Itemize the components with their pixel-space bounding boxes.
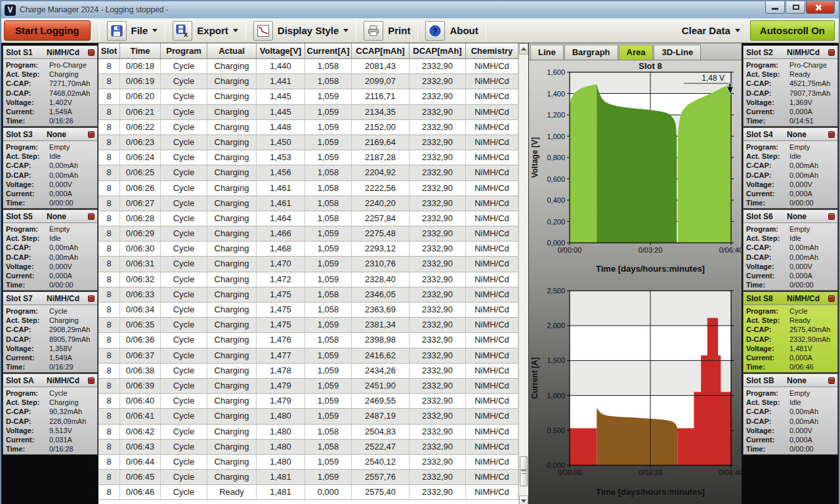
slot-panel-slot-s7[interactable]: Slot S7NiMH/CdProgram:CycleAct. Step:Cha… xyxy=(3,291,98,373)
table-row[interactable]: 80/06:21CycleCharging1,4451,0592134,3523… xyxy=(98,105,518,120)
table-cell: Charging xyxy=(207,120,257,135)
chart-section: LineBargraphArea3D-Line 0,0000,2000,4000… xyxy=(529,43,742,504)
display-style-button[interactable]: Display Style xyxy=(250,20,352,42)
table-cell: 1,059 xyxy=(305,470,352,485)
tab-bargraph[interactable]: Bargraph xyxy=(564,45,618,60)
slot-panel-header: Slot S1NiMH/Cd xyxy=(3,46,97,59)
tab-area[interactable]: Area xyxy=(619,45,654,60)
slot-panel-slot-s1[interactable]: Slot S1NiMH/CdProgram:Pro-ChargeAct. Ste… xyxy=(3,45,98,127)
slot-panel-slot-s5[interactable]: Slot S5NoneProgram:EmptyAct. Step:IdleC-… xyxy=(3,209,98,291)
export-button[interactable]: x Export xyxy=(169,20,242,42)
table-row[interactable]: 80/06:33CycleCharging1,4751,0582346,0523… xyxy=(98,287,518,303)
status-led-icon xyxy=(828,213,835,220)
start-logging-button[interactable]: Start Logging xyxy=(4,20,91,41)
print-label: Print xyxy=(388,25,410,36)
table-row[interactable]: 80/06:46CycleReady1,4810,0002575,402332,… xyxy=(98,485,518,500)
slot-panel-slot-sa[interactable]: Slot SANiMH/CdProgram:CycleAct. Step:Cha… xyxy=(3,373,98,455)
tab-3d-line[interactable]: 3D-Line xyxy=(654,45,701,60)
slot-field-row: D-CAP:7468,02mAh xyxy=(6,89,94,98)
table-cell: 2540,12 xyxy=(352,455,410,470)
autoscroll-button[interactable]: Autoscroll On xyxy=(750,20,835,41)
slot-panel-slot-s6[interactable]: Slot S6NoneProgram:EmptyAct. Step:IdleC-… xyxy=(743,209,838,291)
status-led-icon xyxy=(828,131,835,138)
table-row[interactable]: 80/06:43CycleCharging1,4801,0582522,4723… xyxy=(98,440,518,455)
clear-data-button[interactable]: Clear Data xyxy=(679,24,744,37)
table-cell: 8 xyxy=(98,120,120,135)
table-row[interactable]: 80/06:23CycleCharging1,4501,0592169,6423… xyxy=(98,135,518,150)
table-row[interactable]: 80/06:42CycleCharging1,4801,0582504,8323… xyxy=(98,425,518,440)
slot-field-row: Act. Step:Ready xyxy=(746,316,835,326)
table-row[interactable]: 80/06:24CycleCharging1,4531,0592187,2823… xyxy=(98,150,518,165)
table-row[interactable]: 80/06:44CycleCharging1,4801,0592540,1223… xyxy=(98,455,518,470)
tab-line[interactable]: Line xyxy=(530,45,564,60)
table-cell: 1,475 xyxy=(257,287,305,303)
table-cell: 0/06:28 xyxy=(120,211,161,226)
table-row[interactable]: 80/06:18CycleCharging1,4401,0582081,4323… xyxy=(98,59,518,74)
slot-field-label: Current: xyxy=(6,272,49,281)
slot-field-value: 0,000A xyxy=(49,190,72,199)
table-cell: 2434,26 xyxy=(352,364,410,379)
table-row[interactable]: 80/06:20CycleCharging1,4451,0592116,7123… xyxy=(98,89,518,104)
table-row[interactable]: 80/06:45CycleCharging1,4811,0592557,7623… xyxy=(98,470,518,485)
table-row[interactable]: 80/06:41CycleCharging1,4801,0592487,1923… xyxy=(98,409,518,424)
table-scrollbar[interactable] xyxy=(518,43,528,504)
slot-field-row: Program:Cycle xyxy=(6,307,94,316)
slot-field-label: Act. Step: xyxy=(746,316,789,326)
table-row[interactable]: 80/06:25CycleCharging1,4561,0582204,9223… xyxy=(98,165,518,180)
slot-field-value: 0/16:28 xyxy=(49,445,74,454)
slot-panel-body: Program:Pro-ChargeAct. Step:ChargingC-CA… xyxy=(3,59,97,126)
slot-name: Slot S8 xyxy=(746,294,787,303)
current-chart[interactable]: 0,0000,5001,0001,5002,0002,5000/00:000/0… xyxy=(529,282,742,504)
slot-panel-slot-s2[interactable]: Slot S2NiMH/CdProgram:Pro-ChargeAct. Ste… xyxy=(743,45,838,127)
maximize-icon xyxy=(793,5,799,10)
table-row[interactable]: 80/06:26CycleCharging1,4611,0582222,5623… xyxy=(98,181,518,196)
table-cell: 2332,90 xyxy=(410,485,466,500)
table-cell: 2187,28 xyxy=(352,150,410,165)
slot-panel-slot-s3[interactable]: Slot S3NoneProgram:EmptyAct. Step:IdleC-… xyxy=(3,127,98,209)
table-cell: 0/06:25 xyxy=(120,165,161,180)
about-button[interactable]: ? About xyxy=(422,20,481,42)
table-row[interactable]: 80/06:30CycleCharging1,4681,0592293,1223… xyxy=(98,242,518,257)
file-button[interactable]: File xyxy=(104,20,161,42)
window-controls xyxy=(765,1,835,14)
scroll-up-arrow[interactable] xyxy=(519,43,528,54)
maximize-button[interactable] xyxy=(786,1,805,14)
table-row[interactable]: 80/06:34CycleCharging1,4751,0582363,6923… xyxy=(98,303,518,318)
table-row[interactable]: 80/06:29CycleCharging1,4661,0592275,4823… xyxy=(98,226,518,242)
table-row[interactable]: 80/06:37CycleCharging1,4771,0592416,6223… xyxy=(98,348,518,364)
table-cell: 0/06:34 xyxy=(120,303,161,318)
table-cell: NiMH/Cd xyxy=(466,211,518,226)
table-cell: 0/06:44 xyxy=(120,455,161,470)
table-row[interactable]: 80/06:27CycleCharging1,4611,0582240,2023… xyxy=(98,196,518,211)
column-header-slot: Slot xyxy=(98,43,120,59)
table-row[interactable]: 80/06:38CycleCharging1,4781,0592434,2623… xyxy=(98,364,518,379)
slot-field-row: Current:0,000A xyxy=(746,190,835,199)
table-cell: 2416,62 xyxy=(352,348,410,364)
table-cell: 8 xyxy=(98,379,120,394)
slot-panel-slot-s4[interactable]: Slot S4NoneProgram:EmptyAct. Step:IdleC-… xyxy=(743,127,838,209)
table-cell: 1,479 xyxy=(257,394,305,409)
x-tick-label: 0/03:20 xyxy=(639,246,663,254)
table-row[interactable]: 80/06:22CycleCharging1,4481,0592152,0023… xyxy=(98,120,518,135)
slot-field-row: Time:0/00:00 xyxy=(746,445,835,454)
scroll-thumb[interactable] xyxy=(520,456,528,486)
close-button[interactable] xyxy=(806,1,835,14)
toolbar: Start Logging File x Export Display Styl… xyxy=(1,18,839,43)
slot-panel-slot-sb[interactable]: Slot SBNoneProgram:EmptyAct. Step:IdleC-… xyxy=(743,373,838,455)
print-button[interactable]: Print xyxy=(360,20,413,42)
table-row[interactable]: 80/06:32CycleCharging1,4721,0592328,4023… xyxy=(98,272,518,287)
table-row[interactable]: 80/06:19CycleCharging1,4411,0582099,0723… xyxy=(98,74,518,89)
scroll-track[interactable] xyxy=(519,54,528,495)
table-row[interactable]: 80/06:39CycleCharging1,4791,0592451,9023… xyxy=(98,379,518,394)
table-row[interactable]: 80/06:40CycleCharging1,4791,0592469,5523… xyxy=(98,394,518,409)
table-row[interactable]: 80/06:31CycleCharging1,4701,0592310,7623… xyxy=(98,257,518,272)
slot-panel-body: Program:CycleAct. Step:ReadyC-CAP:2575,4… xyxy=(744,305,837,372)
voltage-chart[interactable]: 0,0000,2000,4000,6000,8001,0001,2001,400… xyxy=(529,60,742,279)
slot-field-label: Current: xyxy=(6,108,49,117)
scroll-down-arrow[interactable] xyxy=(519,495,528,504)
minimize-button[interactable] xyxy=(765,1,785,14)
table-row[interactable]: 80/06:28CycleCharging1,4641,0582257,8423… xyxy=(98,211,518,226)
table-row[interactable]: 80/06:36CycleCharging1,4761,0582398,9823… xyxy=(98,333,518,348)
table-row[interactable]: 80/06:35CycleCharging1,4751,0592381,3423… xyxy=(98,318,518,333)
slot-panel-slot-s8[interactable]: Slot S8NiMH/CdProgram:CycleAct. Step:Rea… xyxy=(743,291,838,373)
